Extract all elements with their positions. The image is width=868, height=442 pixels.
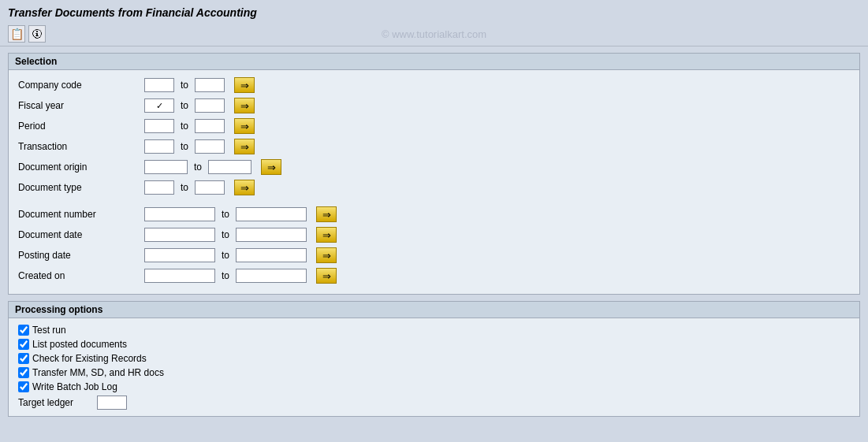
fiscal-year-label: Fiscal year [18, 100, 144, 111]
document-number-to: to [222, 209, 229, 220]
write-batch-row: Write Batch Job Log [18, 381, 850, 392]
fiscal-year-input2[interactable] [195, 98, 225, 113]
toolbar: 📋 🛈 © www.tutorialkart.com [0, 22, 868, 46]
posting-date-arrow[interactable] [316, 247, 337, 263]
posting-date-to: to [222, 250, 229, 261]
transaction-arrow[interactable] [234, 139, 255, 154]
transfer-mm-label: Transfer MM, SD, and HR docs [32, 367, 164, 378]
fiscal-year-row: Fiscal year to [18, 97, 850, 114]
test-run-row: Test run [18, 325, 850, 336]
selection-body: Company code to Fiscal year to Period to [9, 70, 859, 294]
write-batch-checkbox[interactable] [18, 381, 29, 392]
document-number-arrow[interactable] [316, 206, 337, 222]
copy-icon[interactable]: 📋 [8, 25, 25, 43]
fiscal-year-arrow[interactable] [234, 98, 255, 113]
period-input2[interactable] [195, 119, 225, 133]
processing-header: Processing options [9, 302, 859, 318]
created-on-input2[interactable] [236, 269, 307, 283]
company-code-label: Company code [18, 80, 144, 91]
posting-date-label: Posting date [18, 250, 144, 261]
document-date-input2[interactable] [236, 228, 307, 242]
company-code-input2[interactable] [195, 78, 225, 92]
selection-section: Selection Company code to Fiscal year to… [8, 53, 860, 295]
list-posted-row: List posted documents [18, 339, 850, 350]
target-ledger-row: Target ledger [18, 396, 850, 410]
transfer-mm-row: Transfer MM, SD, and HR docs [18, 367, 850, 378]
posting-date-row: Posting date to [18, 247, 850, 264]
period-input1[interactable] [144, 119, 174, 133]
posting-date-input2[interactable] [236, 248, 307, 262]
created-on-to: to [222, 270, 229, 281]
period-row: Period to [18, 117, 850, 135]
company-code-input1[interactable] [144, 78, 174, 92]
document-number-label: Document number [18, 209, 144, 220]
created-on-arrow[interactable] [316, 268, 337, 284]
document-type-to: to [181, 182, 188, 193]
document-date-label: Document date [18, 229, 144, 240]
check-existing-label: Check for Existing Records [32, 353, 147, 364]
target-ledger-label: Target ledger [18, 397, 97, 408]
period-label: Period [18, 121, 144, 132]
test-run-label: Test run [32, 325, 66, 336]
document-origin-input2[interactable] [208, 160, 251, 174]
period-to: to [181, 121, 188, 132]
processing-section: Processing options Test run List posted … [8, 301, 860, 417]
check-existing-checkbox[interactable] [18, 353, 29, 364]
document-origin-row: Document origin to [18, 158, 850, 176]
created-on-label: Created on [18, 270, 144, 281]
fiscal-year-input1[interactable] [144, 98, 174, 113]
created-on-input1[interactable] [144, 269, 215, 283]
info-icon[interactable]: 🛈 [28, 25, 46, 43]
document-date-input1[interactable] [144, 228, 215, 242]
title-bar: Transfer Documents from Financial Accoun… [0, 0, 868, 22]
posting-date-input1[interactable] [144, 248, 215, 262]
watermark: © www.tutorialkart.com [382, 28, 486, 40]
main-content: Selection Company code to Fiscal year to… [0, 46, 868, 429]
document-type-label: Document type [18, 182, 144, 193]
period-arrow[interactable] [234, 118, 255, 134]
target-ledger-input[interactable] [97, 396, 127, 410]
document-type-input2[interactable] [195, 180, 225, 195]
company-code-row: Company code to [18, 76, 850, 94]
document-type-arrow[interactable] [234, 180, 255, 195]
transaction-row: Transaction to [18, 138, 850, 155]
selection-header: Selection [9, 54, 859, 70]
document-number-input2[interactable] [236, 207, 307, 221]
page-title: Transfer Documents from Financial Accoun… [8, 6, 860, 19]
processing-body: Test run List posted documents Check for… [9, 318, 859, 416]
check-existing-row: Check for Existing Records [18, 353, 850, 364]
transaction-input2[interactable] [195, 139, 225, 154]
write-batch-label: Write Batch Job Log [32, 381, 117, 392]
company-code-to: to [181, 80, 188, 91]
document-type-input1[interactable] [144, 180, 174, 195]
list-posted-checkbox[interactable] [18, 339, 29, 350]
document-origin-label: Document origin [18, 162, 144, 173]
document-origin-to: to [194, 162, 202, 173]
document-type-row: Document type to [18, 179, 850, 196]
document-date-arrow[interactable] [316, 227, 337, 243]
document-origin-arrow[interactable] [261, 159, 281, 175]
transaction-to: to [181, 141, 188, 152]
fiscal-year-to: to [181, 100, 188, 111]
created-on-row: Created on to [18, 267, 850, 284]
transaction-label: Transaction [18, 141, 144, 152]
document-date-to: to [222, 229, 229, 240]
list-posted-label: List posted documents [32, 339, 127, 350]
document-number-input1[interactable] [144, 207, 215, 221]
document-origin-input1[interactable] [144, 160, 188, 174]
document-number-row: Document number to [18, 206, 850, 223]
test-run-checkbox[interactable] [18, 325, 29, 336]
document-date-row: Document date to [18, 226, 850, 243]
transfer-mm-checkbox[interactable] [18, 367, 29, 378]
company-code-arrow[interactable] [234, 77, 255, 93]
transaction-input1[interactable] [144, 139, 174, 154]
